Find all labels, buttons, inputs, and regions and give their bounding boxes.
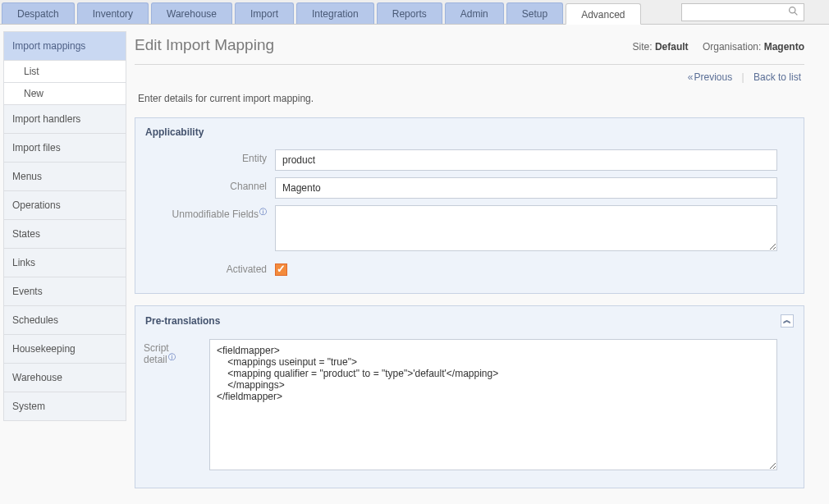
svg-line-1 [795,12,797,15]
svg-point-0 [790,7,795,12]
nav-tab-despatch[interactable]: Despatch [2,2,75,24]
sidebar-item-schedules[interactable]: Schedules [3,306,126,335]
unmodifiable-label: Unmodifiable Fieldsⓘ [135,205,275,221]
site-value: Default [655,41,689,53]
nav-tab-warehouse[interactable]: Warehouse [151,2,232,24]
nav-tab-admin[interactable]: Admin [445,2,504,24]
nav-tab-integration[interactable]: Integration [296,2,374,24]
action-separator: | [742,71,744,83]
nav-tab-setup[interactable]: Setup [506,2,563,24]
entity-input[interactable] [275,149,777,171]
search-icon[interactable] [788,6,799,19]
nav-tab-advanced[interactable]: Advanced [566,3,640,25]
sidebar-item-housekeeping[interactable]: Housekeeping [3,335,126,364]
main-header: Edit Import Mapping Site: Default Organi… [135,31,804,65]
sidebar-subitem-new[interactable]: New [3,83,126,105]
sidebar-item-import-handlers[interactable]: Import handlers [3,105,126,134]
org-label: Organisation: [703,41,761,53]
activated-label: Activated [135,260,275,275]
entity-label: Entity [135,149,275,164]
info-icon[interactable]: ⓘ [168,353,176,361]
script-label: Script detailⓘ [135,339,209,366]
unmodifiable-row: Unmodifiable Fieldsⓘ [135,202,804,257]
sidebar-item-operations[interactable]: Operations [3,191,126,220]
sidebar-item-menus[interactable]: Menus [3,163,126,191]
script-row: Script detailⓘ [135,336,804,476]
page-title: Edit Import Mapping [135,36,621,54]
sidebar-item-system[interactable]: System [3,392,126,421]
channel-label: Channel [135,177,275,192]
org-value: Magento [764,41,804,53]
pretranslations-title: Pre-translations ︽ [135,306,804,336]
main-content: Edit Import Mapping Site: Default Organi… [135,31,804,500]
script-textarea[interactable] [209,339,777,470]
sidebar-item-import-mappings[interactable]: Import mappings [3,31,126,61]
back-to-list-link[interactable]: Back to list [753,71,801,83]
applicability-title: Applicability [135,118,804,146]
top-nav: DespatchInventoryWarehouseImportIntegrat… [0,0,829,25]
sidebar-item-warehouse[interactable]: Warehouse [3,364,126,392]
channel-row: Channel [135,174,804,202]
nav-tab-inventory[interactable]: Inventory [77,2,149,24]
sidebar-item-import-files[interactable]: Import files [3,134,126,163]
page-actions: «Previous | Back to list [135,65,804,86]
global-search[interactable] [681,3,804,21]
applicability-panel: Applicability Entity Channel Unmodifiabl… [135,117,804,294]
panel-collapse-icon[interactable]: ︽ [781,314,794,328]
sidebar-item-events[interactable]: Events [3,277,126,306]
nav-tab-import[interactable]: Import [235,2,294,24]
unmodifiable-textarea[interactable] [275,205,777,251]
site-label: Site: [633,41,653,53]
page-instruction: Enter details for current import mapping… [135,86,804,117]
channel-input[interactable] [275,177,777,199]
pretranslations-panel: Pre-translations ︽ Script detailⓘ [135,305,804,488]
search-input[interactable] [687,7,788,18]
entity-row: Entity [135,146,804,174]
activated-checkbox[interactable] [275,263,287,276]
sidebar-item-links[interactable]: Links [3,249,126,277]
sidebar-item-states[interactable]: States [3,220,126,249]
info-icon[interactable]: ⓘ [259,208,267,216]
nav-tab-reports[interactable]: Reports [377,2,442,24]
sidebar: Import mappingsListNewImport handlersImp… [3,31,126,500]
sidebar-subitem-list[interactable]: List [3,61,126,83]
chevron-double-left-icon: « [688,71,691,83]
previous-link[interactable]: «Previous [688,71,732,83]
context-meta: Site: Default Organisation: Magento [621,41,804,53]
activated-row: Activated [135,257,804,282]
page-body: Import mappingsListNewImport handlersImp… [0,25,829,500]
